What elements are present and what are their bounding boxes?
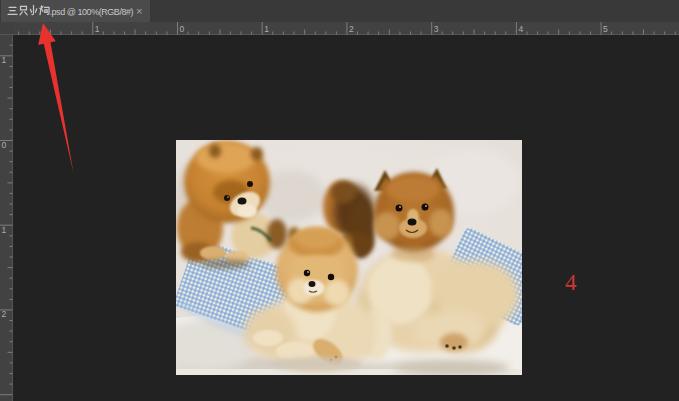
svg-text:3: 3	[434, 24, 439, 34]
svg-text:2: 2	[2, 309, 7, 319]
svg-text:5: 5	[603, 24, 608, 34]
svg-text:.psd @ 100%(RGB/8#): .psd @ 100%(RGB/8#)	[50, 7, 134, 17]
svg-text:0: 0	[2, 140, 7, 150]
svg-text:1: 1	[264, 24, 269, 34]
svg-text:4: 4	[565, 270, 577, 295]
svg-text:0: 0	[180, 24, 185, 34]
svg-text:4: 4	[518, 24, 523, 34]
svg-text:1: 1	[2, 225, 7, 235]
svg-text:1: 1	[95, 24, 100, 34]
svg-text:1: 1	[2, 55, 7, 65]
svg-text:×: ×	[136, 5, 142, 17]
svg-text:2: 2	[349, 24, 354, 34]
